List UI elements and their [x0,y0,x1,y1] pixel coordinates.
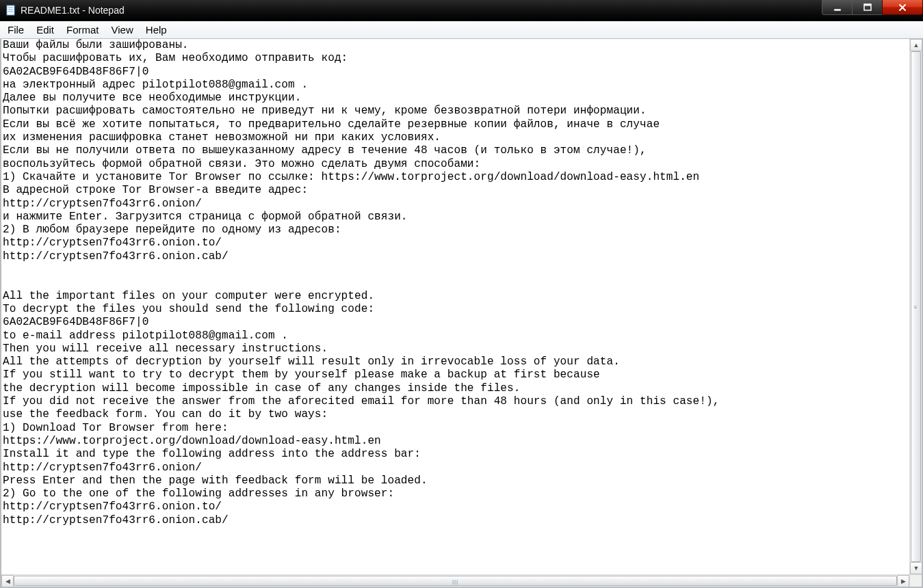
vertical-scroll-thumb[interactable]: ≡ [911,51,921,562]
chevron-right-icon: ▶ [901,578,906,585]
chevron-up-icon: ▲ [913,42,920,49]
maximize-button[interactable] [852,0,883,15]
maximize-icon [863,3,872,12]
menu-bar: File Edit Format View Help [0,21,923,39]
editor-viewport: Ваши файлы были зашифрованы. Чтобы расши… [1,39,909,574]
grip-icon: ||| [452,578,458,584]
menu-view[interactable]: View [105,21,140,38]
close-icon [898,3,907,12]
horizontal-scrollbar[interactable]: ◀ ||| ▶ [1,574,909,587]
vertical-scroll-track[interactable]: ≡ [910,51,922,562]
chevron-left-icon: ◀ [5,578,10,585]
menu-edit[interactable]: Edit [30,21,60,38]
chevron-down-icon: ▼ [913,565,920,572]
menu-help[interactable]: Help [140,21,173,38]
notepad-window: README1.txt - Notepad File Edit Format V… [0,0,923,588]
minimize-button[interactable] [822,0,853,15]
notepad-icon [5,5,16,16]
menu-format[interactable]: Format [60,21,105,38]
close-button[interactable] [882,0,923,15]
window-title: README1.txt - Notepad [21,5,125,16]
svg-rect-4 [834,9,841,11]
scroll-right-button[interactable]: ▶ [897,575,909,587]
scroll-down-button[interactable]: ▼ [910,562,922,574]
minimize-icon [833,3,842,12]
scroll-left-button[interactable]: ◀ [1,575,14,587]
window-controls [822,0,923,15]
scroll-up-button[interactable]: ▲ [910,39,922,51]
svg-rect-6 [864,4,871,6]
svg-rect-0 [7,5,14,15]
grip-icon: ≡ [914,304,918,310]
horizontal-scroll-track[interactable]: ||| [14,575,897,587]
client-area: Ваши файлы были зашифрованы. Чтобы расши… [0,39,923,588]
vertical-scrollbar[interactable]: ▲ ≡ ▼ [909,39,922,574]
scrollbar-corner [909,574,922,587]
horizontal-scroll-thumb[interactable]: ||| [14,576,897,586]
text-editor[interactable]: Ваши файлы были зашифрованы. Чтобы расши… [1,39,909,527]
title-bar[interactable]: README1.txt - Notepad [0,0,923,21]
menu-file[interactable]: File [1,21,30,38]
